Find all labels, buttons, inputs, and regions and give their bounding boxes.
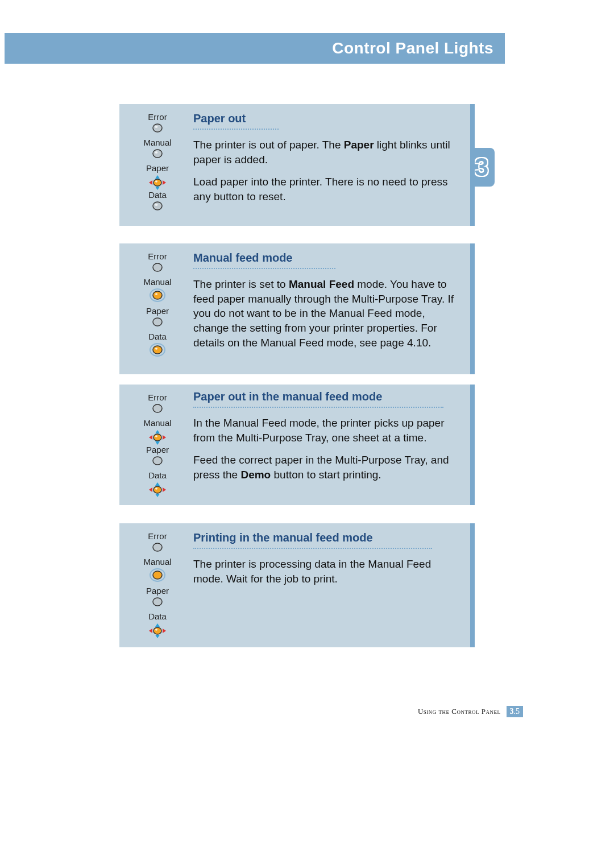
svg-point-20 [153, 404, 162, 412]
svg-point-12 [153, 263, 162, 271]
led-label-paper: Paper [146, 586, 169, 596]
footer-page-number: 3.5 [507, 706, 524, 717]
led-off-icon [151, 403, 164, 414]
panel-paper-out: Error Manual Paper Data Paper out The pr… [119, 104, 475, 226]
led-on-ring-icon [149, 568, 166, 582]
svg-point-26 [155, 435, 157, 437]
svg-point-27 [153, 457, 162, 465]
led-indicator-column: Error Manual Paper Data [132, 112, 183, 211]
led-blink-icon [148, 622, 167, 639]
dotted-divider [193, 407, 443, 408]
section-heading: Printing in the manual feed mode [193, 531, 459, 544]
led-label-manual: Manual [143, 138, 171, 147]
panel-manual-feed: Error Manual Paper Data Manual feed mode [119, 243, 475, 374]
svg-point-11 [155, 204, 158, 206]
led-blink-icon [148, 481, 167, 498]
led-off-icon [151, 123, 164, 133]
panel-printing-manual: Error Manual Paper Data Print [119, 523, 475, 647]
led-indicator-column: Error Manual Paper Data [132, 392, 183, 498]
led-label-manual: Manual [143, 277, 171, 287]
dotted-divider [193, 268, 335, 269]
body-text: The printer is processing data in the Ma… [193, 557, 459, 586]
svg-marker-21 [155, 430, 160, 433]
led-blink-icon [148, 429, 167, 446]
led-indicator-column: Error Manual Paper Data [132, 531, 183, 639]
svg-point-36 [153, 571, 162, 579]
svg-point-33 [155, 487, 157, 490]
led-off-icon [151, 148, 164, 159]
led-label-paper: Paper [146, 163, 169, 173]
svg-point-9 [155, 180, 157, 183]
svg-marker-30 [149, 487, 152, 492]
svg-point-0 [153, 124, 162, 132]
svg-point-18 [153, 346, 162, 354]
led-blink-icon [148, 174, 167, 191]
svg-point-37 [153, 598, 162, 606]
svg-point-2 [153, 150, 162, 158]
panel-accent-bar [470, 243, 475, 374]
led-on-ring-icon [149, 342, 166, 357]
body-text: In the Manual Feed mode, the printer pic… [193, 416, 459, 445]
svg-point-10 [153, 202, 162, 210]
svg-marker-29 [155, 494, 160, 497]
body-text: The printer is set to Manual Feed mode. … [193, 277, 459, 350]
svg-marker-31 [163, 487, 166, 492]
svg-marker-38 [155, 623, 160, 627]
body-text: Load paper into the printer. There is no… [193, 175, 459, 204]
led-off-icon [151, 201, 164, 211]
svg-point-43 [155, 629, 157, 631]
svg-point-42 [154, 627, 161, 634]
led-label-paper: Paper [146, 306, 169, 316]
panel-accent-bar [470, 385, 475, 505]
led-label-data: Data [148, 332, 167, 341]
dotted-divider [193, 129, 279, 130]
svg-point-16 [153, 318, 162, 326]
svg-point-34 [153, 543, 162, 551]
svg-marker-39 [155, 635, 160, 638]
dotted-divider [193, 548, 432, 549]
led-label-data: Data [148, 190, 167, 200]
led-off-icon [151, 597, 164, 607]
svg-marker-7 [163, 180, 166, 185]
section-heading: Paper out [193, 112, 459, 125]
svg-point-8 [154, 179, 161, 186]
led-off-icon [151, 542, 164, 552]
led-off-icon [151, 456, 164, 466]
svg-point-3 [155, 151, 157, 154]
svg-point-25 [154, 434, 161, 441]
svg-point-14 [153, 291, 162, 299]
svg-point-19 [155, 348, 157, 350]
svg-marker-41 [163, 629, 166, 633]
svg-point-15 [155, 293, 157, 295]
svg-marker-24 [163, 435, 166, 440]
led-label-error: Error [148, 392, 167, 402]
led-label-error: Error [148, 251, 167, 261]
led-label-paper: Paper [146, 445, 169, 454]
panel-accent-bar [470, 523, 475, 647]
panel-accent-bar [470, 104, 475, 226]
body-text: Feed the correct paper in the Multi-Purp… [193, 453, 459, 482]
led-label-manual: Manual [143, 557, 171, 567]
led-label-data: Data [148, 611, 167, 621]
panel-paper-out-manual: Error Manual Paper Data [119, 385, 475, 505]
section-heading: Manual feed mode [193, 251, 459, 264]
svg-marker-6 [149, 180, 152, 185]
svg-marker-40 [149, 629, 152, 633]
led-label-error: Error [148, 112, 167, 122]
svg-point-32 [154, 486, 161, 493]
led-label-manual: Manual [143, 418, 171, 428]
led-on-ring-icon [149, 288, 166, 303]
page-header: Control Panel Lights [5, 33, 505, 64]
svg-marker-28 [155, 482, 160, 486]
led-label-data: Data [148, 470, 167, 480]
page-footer: Using the Control Panel 3.5 [418, 706, 523, 717]
led-off-icon [151, 262, 164, 272]
svg-marker-4 [155, 175, 160, 179]
led-label-error: Error [148, 531, 167, 541]
led-off-icon [151, 317, 164, 327]
section-heading: Paper out in the manual feed mode [193, 390, 459, 403]
body-text: The printer is out of paper. The Paper l… [193, 138, 459, 167]
svg-marker-23 [149, 435, 152, 440]
footer-chapter-name: Using the Control Panel [418, 707, 501, 716]
svg-point-1 [155, 126, 158, 128]
